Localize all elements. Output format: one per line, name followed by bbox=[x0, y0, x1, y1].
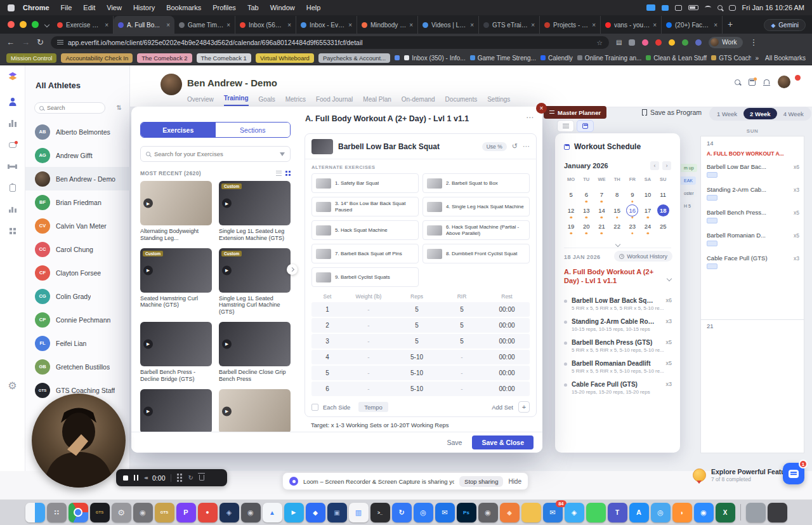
extension-icon[interactable] bbox=[695, 39, 702, 46]
athlete-row-andrew-gifft[interactable]: AG Andrew Gifft bbox=[25, 143, 130, 167]
profile-chip[interactable]: Work bbox=[709, 37, 742, 48]
dock-record-icon[interactable]: ● bbox=[198, 503, 218, 522]
client-avatar[interactable] bbox=[160, 74, 182, 95]
menu-file[interactable]: File bbox=[55, 4, 78, 11]
athlete-row-connie-pechmann[interactable]: CP Connie Pechmann bbox=[25, 308, 130, 331]
client-tab-training[interactable]: Training bbox=[224, 95, 249, 106]
client-tab-meal-plan[interactable]: Meal Plan bbox=[363, 96, 391, 106]
side-panel-icon[interactable]: ▤ bbox=[616, 39, 622, 46]
menu-chrome[interactable]: Chrome bbox=[17, 4, 55, 11]
schedule-exercise-barbell-bench-press-gts[interactable]: Barbell Bench Press (GTS) x5 5 RIR x 5, … bbox=[564, 339, 672, 353]
alternate-exercise[interactable]: 9. Barbell Cyclist Squats bbox=[311, 267, 419, 287]
dock-teams-icon[interactable]: T bbox=[608, 503, 627, 522]
schedule-exercise-barbell-romanian-deadlift[interactable]: Barbell Romanian Deadlift x5 5 RIR x 5, … bbox=[564, 360, 672, 374]
bookmark-group-accountability-check-in[interactable]: Accountability Check In bbox=[61, 53, 133, 63]
menu-view[interactable]: View bbox=[101, 4, 128, 11]
dock-trash-icon[interactable] bbox=[768, 503, 787, 522]
athlete-row-alberto-belmontes[interactable]: AB Alberto Belmontes bbox=[25, 120, 130, 143]
each-side-checkbox[interactable] bbox=[311, 404, 318, 411]
dock-finder-icon[interactable] bbox=[25, 503, 45, 522]
browser-tab-gts-etrainin[interactable]: GTS eTrainin... × bbox=[479, 16, 540, 34]
bookmark-game-time-streng[interactable]: Game Time Streng... bbox=[470, 55, 536, 62]
browser-tab-inbox-567[interactable]: Inbox (567)... × bbox=[235, 16, 296, 34]
save-and-close-button[interactable]: Save & Close bbox=[472, 435, 534, 449]
apple-logo-icon[interactable] bbox=[8, 4, 15, 11]
athlete-row-carol-chung[interactable]: CC Carol Chung bbox=[25, 237, 130, 261]
dock-gts-dark-icon[interactable]: GTS bbox=[90, 503, 110, 522]
dock-sky-icon[interactable]: ◎ bbox=[651, 503, 671, 522]
everfit-logo[interactable] bbox=[7, 70, 18, 84]
notifications-bell-icon[interactable] bbox=[764, 79, 769, 84]
play-icon[interactable]: ▶ bbox=[143, 265, 153, 275]
add-set-label[interactable]: Add Set bbox=[492, 404, 513, 411]
client-tab-documents[interactable]: Documents bbox=[445, 96, 478, 106]
schedule-exercise-standing-2-arm-cable-rows[interactable]: Standing 2-Arm Cable Rows x3 10-15 reps,… bbox=[564, 318, 672, 332]
coach-avatar[interactable] bbox=[778, 76, 790, 88]
display-icon[interactable] bbox=[675, 5, 682, 11]
menu-history[interactable]: History bbox=[128, 4, 160, 11]
restart-recording-icon[interactable]: ◂◂ bbox=[144, 475, 147, 481]
play-icon[interactable]: ▶ bbox=[222, 199, 232, 208]
assigned-workout-title[interactable]: A. FULL BODY WORKOUT A... bbox=[707, 150, 799, 157]
chevron-down-icon[interactable] bbox=[667, 272, 671, 283]
window-minimize-button[interactable] bbox=[20, 21, 27, 28]
calendar-day-9[interactable]: 9 bbox=[625, 187, 640, 203]
exercise-card-barbell-bench-press-decline-bridge-gts[interactable]: ▶ Barbell Bench Press - Decline Bridge (… bbox=[140, 322, 212, 383]
athlete-row-colin-grady[interactable]: CG Colin Grady bbox=[25, 284, 130, 308]
window-zoom-button[interactable] bbox=[32, 21, 39, 28]
dock-settings-icon[interactable]: ⚙ bbox=[112, 503, 131, 522]
alternate-exercise[interactable]: 2. Barbell Squat to Box bbox=[422, 173, 530, 193]
drag-handle-icon[interactable] bbox=[177, 477, 179, 479]
nav-apps-icon[interactable] bbox=[0, 220, 25, 242]
tab-close-icon[interactable]: × bbox=[105, 22, 108, 29]
client-tab-goals[interactable]: Goals bbox=[259, 96, 275, 106]
bookmark-group-mission-control[interactable]: Mission Control bbox=[6, 53, 56, 63]
pause-recording-icon[interactable] bbox=[134, 475, 138, 481]
calendar-day-23[interactable]: 23 bbox=[625, 218, 640, 234]
nav-messages-icon[interactable] bbox=[0, 134, 25, 156]
client-tab-food-journal[interactable]: Food Journal bbox=[316, 96, 353, 106]
alternate-exercise[interactable]: 6. Hack Squat Machine (Partial - Above P… bbox=[422, 220, 530, 240]
client-tab-overview[interactable]: Overview bbox=[187, 96, 214, 106]
all-bookmarks-button[interactable]: All Bookmarks bbox=[765, 55, 806, 62]
browser-tab-inbox-ever[interactable]: Inbox - Ever... × bbox=[296, 16, 357, 34]
browser-tab-exercise-p[interactable]: Exercise & P... × bbox=[53, 16, 114, 34]
calendar-workout-entry[interactable]: Barbell Low Bar Bac... x6 bbox=[707, 163, 799, 178]
calendar-day-24[interactable]: 24 bbox=[640, 218, 655, 234]
screen-mirroring-icon[interactable] bbox=[646, 4, 655, 11]
settings-gear-icon[interactable]: ⚙ bbox=[0, 375, 25, 396]
alternate-exercise[interactable]: 7. Barbell Back Squat off Pins bbox=[311, 244, 419, 263]
calendar-day-18[interactable]: 18 bbox=[655, 203, 671, 218]
dock-folder-icon[interactable] bbox=[521, 503, 541, 522]
dock-camera-2-icon[interactable]: ◉ bbox=[478, 503, 498, 522]
calendar-day-16[interactable]: 16 bbox=[625, 203, 640, 218]
explore-features-widget[interactable]: Explore Powerful Features 7 of 8 complet… bbox=[693, 468, 795, 482]
play-icon[interactable]: ▶ bbox=[222, 406, 232, 416]
master-planner-button[interactable]: Master Planner bbox=[544, 106, 606, 119]
dock-navy-app-icon[interactable]: ▣ bbox=[327, 503, 347, 522]
extension-icon[interactable] bbox=[655, 39, 662, 46]
menu-window[interactable]: Window bbox=[265, 4, 301, 11]
reload-button[interactable]: ↻ bbox=[37, 38, 44, 46]
delete-recording-icon[interactable] bbox=[199, 475, 204, 481]
exercise-card-seated-hamstring-curl-machine-gts[interactable]: Custom ▶ Seated Hamstring Curl Machine (… bbox=[140, 248, 212, 316]
calendar-day-19[interactable]: 19 bbox=[563, 218, 579, 234]
week-option-2-week[interactable]: 2 Week bbox=[743, 108, 777, 119]
menu-help[interactable]: Help bbox=[301, 4, 327, 11]
alternate-exercise[interactable]: 3. 14" Box Low Bar Back Squat Paused bbox=[311, 197, 419, 216]
dock-appstore-icon[interactable]: A bbox=[629, 503, 649, 522]
tab-close-icon[interactable]: × bbox=[287, 22, 291, 29]
extension-icon[interactable] bbox=[669, 39, 675, 46]
bookmark-calendly[interactable]: Calendly bbox=[540, 55, 573, 62]
athlete-row-clayton-forsee[interactable]: CF Clayton Forsee bbox=[25, 261, 130, 284]
month-prev-button[interactable]: ‹ bbox=[650, 161, 659, 170]
workout-note[interactable]: Target: x 1-3 Working Sets or 10-20T Wor… bbox=[311, 422, 533, 429]
chat-widget-button[interactable]: 1 bbox=[783, 463, 804, 484]
browser-tab-a-full-bo[interactable]: A. Full Bo... × bbox=[114, 16, 174, 34]
menu-edit[interactable]: Edit bbox=[77, 4, 101, 11]
browser-tab-20-faceb[interactable]: (20+) Faceb... × bbox=[662, 16, 723, 34]
play-icon[interactable]: ▶ bbox=[143, 406, 153, 416]
exercise-card-hidden[interactable]: ▶ bbox=[140, 389, 212, 436]
set-row[interactable]: 1-5500:00 bbox=[311, 302, 530, 317]
bookmark-group-the-comeback-2[interactable]: The Comeback 2 bbox=[137, 53, 192, 63]
